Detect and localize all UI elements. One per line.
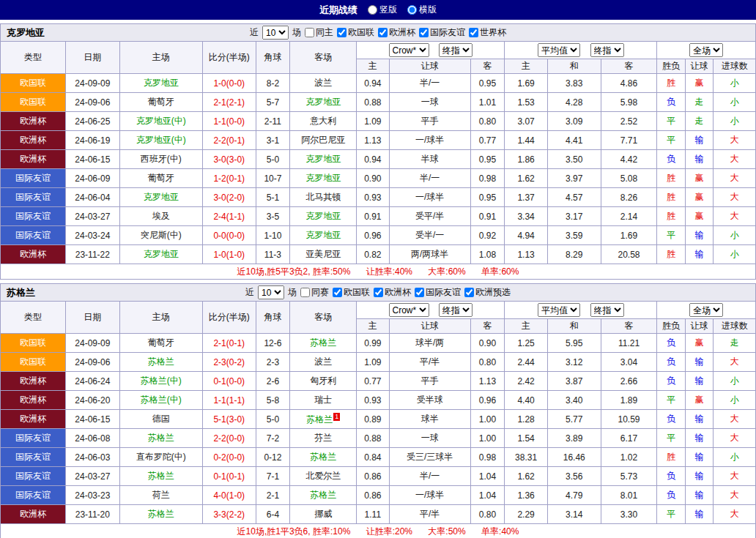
match-row: 欧洲杯24-06-19克罗地亚(中)2-2(0-1)3-1阿尔巴尼亚1.13一/…: [1, 131, 756, 150]
avg-final-select[interactable]: 终指: [590, 43, 624, 57]
match-count-select[interactable]: 10: [258, 285, 284, 299]
match-score: 2-1(0-1): [202, 334, 256, 353]
odds-final-select[interactable]: 终指: [439, 43, 472, 57]
home-team-link[interactable]: 葡萄牙: [119, 93, 202, 112]
competition-filter-checkbox[interactable]: [374, 288, 383, 297]
away-team-link[interactable]: 克罗地亚: [290, 169, 357, 188]
home-team-link[interactable]: 克罗地亚(中): [119, 131, 202, 150]
avg-final-select[interactable]: 终指: [590, 303, 624, 317]
competition-filter[interactable]: 国际友谊: [419, 26, 465, 39]
away-team-link[interactable]: 克罗地亚: [290, 207, 357, 226]
competition-filter[interactable]: 国际友谊: [415, 286, 461, 299]
match-date: 24-06-03: [65, 448, 119, 467]
avg-select[interactable]: 平均值: [538, 303, 580, 317]
section-header: 苏格兰 近 10 场 同赛 欧国联 欧洲杯 国际友谊 欧洲预选: [0, 283, 756, 301]
same-competition-filter[interactable]: 同赛: [300, 286, 329, 299]
col-date: 日期: [65, 302, 119, 334]
home-team-link[interactable]: 苏格兰: [119, 505, 202, 524]
handicap-result: 输: [685, 429, 713, 448]
home-team-link[interactable]: 克罗地亚: [119, 74, 202, 93]
odds-provider-select[interactable]: Crow*: [389, 303, 429, 317]
away-team-link[interactable]: 北马其顿: [290, 188, 357, 207]
team-name: 克罗地亚: [7, 26, 45, 40]
match-row: 欧洲杯24-06-25克罗地亚(中)1-1(0-0)2-11意大利1.09平手0…: [1, 112, 756, 131]
corner-score: 5-8: [256, 391, 289, 410]
competition-filter-checkbox[interactable]: [469, 28, 478, 37]
home-team-link[interactable]: 西班牙(中): [119, 150, 202, 169]
competition-filter-checkbox[interactable]: [464, 288, 474, 297]
horizontal-radio[interactable]: [407, 5, 417, 15]
away-team-link[interactable]: 苏格兰1: [290, 410, 357, 429]
competition-filter[interactable]: 欧国联: [333, 286, 370, 299]
corner-score: 5-0: [256, 150, 289, 169]
summary-line: 近10场,胜1平3负6, 胜率:10% 让胜率:20% 大率:50% 单率:40…: [1, 524, 756, 538]
away-team-link[interactable]: 苏格兰: [290, 486, 357, 505]
away-team-link[interactable]: 阿尔巴尼亚: [290, 131, 357, 150]
col-odds-away: 客: [470, 319, 505, 334]
home-team-link[interactable]: 埃及: [119, 207, 202, 226]
competition-filter-label: 欧国联: [344, 286, 370, 299]
competition-type: 国际友谊: [1, 467, 66, 486]
away-team-link[interactable]: 芬兰: [290, 429, 357, 448]
competition-filter-checkbox[interactable]: [333, 288, 342, 297]
home-team-link[interactable]: 克罗地亚(中): [119, 112, 202, 131]
competition-filter[interactable]: 世界杯: [469, 26, 506, 39]
scope-select[interactable]: 全场: [689, 43, 723, 57]
home-team-link[interactable]: 德国: [119, 410, 202, 429]
competition-filter-checkbox[interactable]: [419, 28, 429, 37]
corner-score: 2-11: [256, 112, 289, 131]
home-team-link[interactable]: 苏格兰: [119, 467, 202, 486]
away-team-link[interactable]: 波兰: [290, 353, 357, 372]
away-team-link[interactable]: 克罗地亚: [290, 226, 357, 245]
odds-final-select[interactable]: 终指: [439, 303, 472, 317]
home-team-link[interactable]: 苏格兰: [119, 429, 202, 448]
away-team-link[interactable]: 克罗地亚: [290, 150, 357, 169]
handicap-line: 一/球半: [389, 131, 470, 150]
odds-provider-select[interactable]: Crow*: [389, 43, 429, 57]
same-competition-checkbox[interactable]: [300, 288, 310, 297]
layout-radio-horizontal[interactable]: 横版: [407, 4, 437, 16]
same-home-filter[interactable]: 同主: [305, 26, 333, 39]
match-score: 0-2(0-0): [202, 448, 256, 467]
home-team-link[interactable]: 荷兰: [119, 486, 202, 505]
home-team-link[interactable]: 突尼斯(中): [119, 226, 202, 245]
home-team-link[interactable]: 葡萄牙: [119, 169, 202, 188]
scope-select[interactable]: 全场: [689, 303, 723, 317]
avg-draw-odds: 3.17: [547, 207, 601, 226]
home-team-link[interactable]: 葡萄牙: [119, 334, 202, 353]
away-team-link[interactable]: 苏格兰: [290, 448, 357, 467]
away-team-link[interactable]: 克罗地亚: [290, 93, 357, 112]
home-team-link[interactable]: 苏格兰(中): [119, 372, 202, 391]
competition-filter[interactable]: 欧国联: [337, 26, 374, 39]
vertical-radio[interactable]: [368, 5, 377, 15]
home-team-link[interactable]: 克罗地亚: [119, 188, 202, 207]
competition-filter[interactable]: 欧洲杯: [374, 286, 411, 299]
avg-select[interactable]: 平均值: [538, 43, 580, 57]
home-team-link[interactable]: 直布罗陀(中): [119, 448, 202, 467]
result: 负: [657, 372, 685, 391]
competition-filter-checkbox[interactable]: [415, 288, 424, 297]
match-count-select[interactable]: 10: [262, 26, 289, 40]
away-team-link[interactable]: 挪威: [290, 505, 357, 524]
away-team-link[interactable]: 亚美尼亚: [290, 245, 357, 264]
home-team-link[interactable]: 苏格兰(中): [119, 391, 202, 410]
away-team-link[interactable]: 波兰: [290, 74, 357, 93]
match-date: 24-06-04: [65, 188, 119, 207]
away-team-link[interactable]: 瑞士: [290, 391, 357, 410]
competition-filter[interactable]: 欧洲预选: [464, 286, 511, 299]
home-team-link[interactable]: 克罗地亚: [119, 245, 202, 264]
layout-radio-vertical[interactable]: 竖版: [368, 4, 397, 16]
home-team-link[interactable]: 苏格兰: [119, 353, 202, 372]
col-corner: 角球: [256, 42, 289, 74]
away-team-link[interactable]: 匈牙利: [290, 372, 357, 391]
away-team-link[interactable]: 意大利: [290, 112, 357, 131]
away-team-link[interactable]: 北爱尔兰: [290, 467, 357, 486]
same-home-checkbox[interactable]: [305, 28, 314, 37]
match-score: 0-1(0-1): [202, 467, 256, 486]
competition-filter[interactable]: 欧洲杯: [378, 26, 415, 39]
result: 胜: [657, 207, 685, 226]
competition-filter-checkbox[interactable]: [337, 28, 346, 37]
corner-score: 0-12: [256, 448, 289, 467]
away-team-link[interactable]: 苏格兰: [290, 334, 357, 353]
competition-filter-checkbox[interactable]: [378, 28, 388, 37]
